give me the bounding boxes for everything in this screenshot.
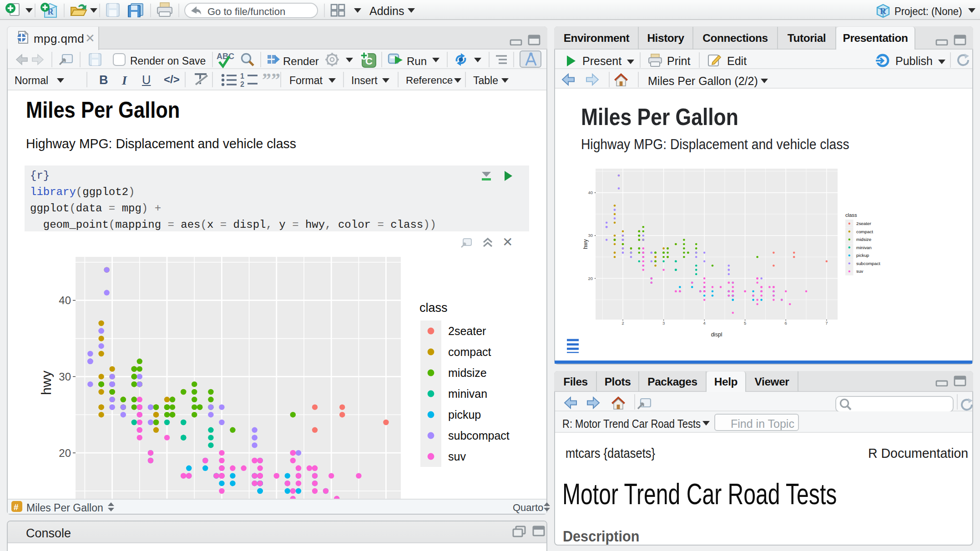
svg-text:40: 40 xyxy=(588,190,593,195)
svg-text:3: 3 xyxy=(662,321,665,326)
svg-text:1: 1 xyxy=(240,72,244,80)
svg-text:20: 20 xyxy=(59,447,71,459)
svg-text:midsize: midsize xyxy=(856,237,872,242)
svg-text:2seater: 2seater xyxy=(448,325,486,337)
svg-text:displ: displ xyxy=(711,331,722,338)
svg-text:suv: suv xyxy=(856,269,863,274)
svg-text:4: 4 xyxy=(703,321,706,326)
svg-text:2: 2 xyxy=(621,321,624,326)
svg-text:20: 20 xyxy=(588,276,593,281)
svg-text:minivan: minivan xyxy=(448,387,487,400)
svg-text:suv: suv xyxy=(448,450,466,463)
svg-text:hwy: hwy xyxy=(39,371,54,395)
svg-text:6: 6 xyxy=(785,321,787,326)
svg-text:5: 5 xyxy=(744,321,746,326)
svg-text:30: 30 xyxy=(59,371,71,383)
svg-text:midsize: midsize xyxy=(448,366,487,379)
svg-text:subcompact: subcompact xyxy=(856,261,880,266)
svg-text:compact: compact xyxy=(448,346,491,358)
svg-text:7: 7 xyxy=(825,321,828,326)
svg-text:pickup: pickup xyxy=(448,408,481,421)
svg-text:minivan: minivan xyxy=(856,245,872,250)
svg-text:compact: compact xyxy=(856,229,873,234)
svg-text:R: R xyxy=(880,6,886,16)
svg-text:pickup: pickup xyxy=(856,253,869,258)
svg-text:ABC: ABC xyxy=(217,52,234,61)
svg-text:hwy: hwy xyxy=(582,239,589,249)
svg-text:subcompact: subcompact xyxy=(448,429,510,442)
svg-text:2: 2 xyxy=(240,80,244,87)
svg-text:30: 30 xyxy=(588,233,593,238)
svg-text:40: 40 xyxy=(59,294,71,306)
svg-text:class: class xyxy=(419,301,448,315)
svg-text:2seater: 2seater xyxy=(856,221,871,226)
svg-text:class: class xyxy=(845,212,857,218)
